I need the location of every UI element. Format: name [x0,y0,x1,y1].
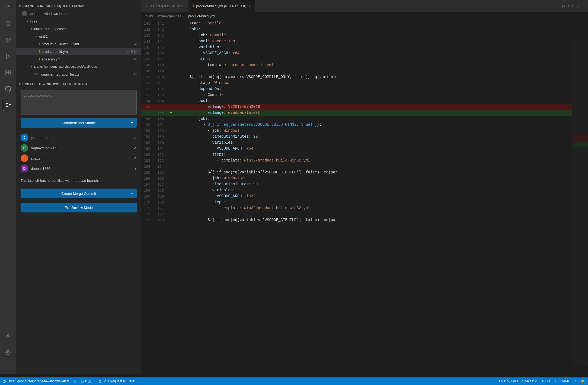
reviewer-list: J joaomoreno ✓ R raghavthind2005 ✓ S sba… [16,130,141,176]
table-row: 160160 variables: [141,140,588,145]
encoding-status[interactable]: UTF-8 [541,379,550,383]
run-debug-icon[interactable] [3,51,14,62]
reviewer-name: sbatten [31,156,133,160]
diff-indicator [168,169,174,175]
breadcrumb-filename[interactable]: product-build.yml [188,14,215,18]
win32-section[interactable]: ▼ win32 [16,33,141,40]
word-wrap-icon[interactable]: ⊞ [576,4,579,8]
source-control-icon[interactable] [3,35,14,46]
line-number-right: 167 [155,181,168,187]
code-scroll-area[interactable]: 141141 - stage: Compile142142 jobs:14314… [141,20,588,374]
copy-icon[interactable]: ⧉ [131,50,133,53]
file-search-integration-test[interactable]: TS search.integrationTest.ts M [16,70,141,78]
file-badge: M [134,57,139,61]
feedback-icon[interactable]: ☺ [574,379,577,383]
comment-section: Comment and Submit ▼ [16,88,141,130]
file-sdl-scan[interactable]: ! sdl-scan.yml M [16,55,141,63]
settings-icon[interactable] [3,347,14,358]
line-number-left: 150 [141,74,155,80]
line-number-left: 172 [141,211,155,217]
table-row: 167167 timeoutInMinutes: 90 [141,181,588,187]
code-content: - job: Compile [174,32,588,38]
code-content: - ${{ if and(eq(variables['VSCODE_CIBUIL… [174,217,588,223]
create-merge-button[interactable]: Create Merge Commit ▼ [21,189,137,198]
diff-indicator [168,86,174,92]
line-number-right: 166 [155,175,168,181]
build-azure-section[interactable]: ▼ build/azure-pipelines [16,25,141,33]
search-test-section[interactable]: ▼ src/vs/workbench/services/search/test/… [16,63,141,70]
breadcrumb: build › azure-pipelines › ! product-buil… [141,12,588,20]
tab-pull-request[interactable]: ≡ Pull Request #137691 [141,0,189,12]
create-merge-dropdown[interactable]: ▼ [127,189,137,198]
reviewer-item: S sbatten ✓ [21,153,137,163]
tab-pr-label: Pull Request #137691 [149,4,184,8]
changes-section-header[interactable]: ▼ CHANGES IN PULL REQUEST #137691 [16,2,141,10]
scroll-up-icon[interactable]: ↑ [567,4,569,8]
sync-status[interactable] [73,379,77,383]
table-row: 162162 steps: [141,151,588,157]
files-section-label: Files [30,19,37,23]
chevron-down-icon: ▼ [130,121,134,125]
table-row: 166166 - job: Windows32 [141,175,588,181]
git-branch-status[interactable]: TylerLeonhardt/upgrade-to-windows-latest [3,379,69,383]
line-number-left: 155 [141,104,155,110]
extensions-icon[interactable] [3,67,14,78]
line-number-right: 171 [155,205,168,211]
file-product-build[interactable]: ! product-build.yml ✓ ⧉ M [16,48,141,55]
breadcrumb-build[interactable]: build [145,14,153,18]
git-merge-icon[interactable] [3,100,14,111]
search-test-label: src/vs/workbench/services/search/test/no… [34,65,97,69]
code-content: jobs: [174,116,588,122]
file-product-build-win32[interactable]: ! product-build-win32.yml M [16,40,141,48]
diff-indicator [168,50,174,56]
tab-close-button[interactable]: × [248,4,251,8]
pr-status[interactable]: Pull Request #137691 [98,379,136,383]
scroll-down-icon[interactable]: ↓ [571,4,573,8]
github-icon[interactable] [3,83,14,94]
table-row: 172172 [141,211,588,217]
line-number-left [141,110,155,116]
files-section[interactable]: ▼ Files [16,17,141,25]
files-icon[interactable] [3,2,14,13]
pr-item[interactable]: update to windows latest [16,10,141,17]
line-number-right: 163 [155,157,168,163]
svg-rect-8 [8,70,11,72]
split-editor-icon[interactable]: ⊡ [562,4,565,8]
line-number-left: 148 [141,62,155,68]
comment-textarea[interactable] [21,90,137,115]
code-content: steps: [174,151,588,157]
errors-status[interactable]: 0 0 [81,379,94,383]
diff-indicator [168,193,174,199]
branch-label: TylerLeonhardt/upgrade-to-windows-latest [8,379,69,383]
warnings-count: 0 [93,379,95,383]
language-status[interactable]: YAML [561,379,570,383]
line-number-right: 157 [155,122,168,128]
reviewer-item: J joaomoreno ✓ [21,132,137,143]
search-icon[interactable] [3,18,14,29]
more-actions-icon[interactable]: ⋯ [581,4,585,8]
line-number-right: 156 [155,116,168,122]
line-number-left: 157 [141,122,155,128]
file-badge: M [134,73,139,76]
breadcrumb-azure-pipelines[interactable]: azure-pipelines [157,14,181,18]
line-col-status[interactable]: Ln 155, Col 1 [499,379,518,383]
account-icon[interactable] [3,331,14,341]
update-section-header[interactable]: ▼ UPDATE TO WINDOWS LATEST #137691 [16,80,141,88]
comment-submit-dropdown[interactable]: ▼ [127,118,137,128]
chevron-down-icon: ▼ [130,192,134,195]
code-content: - template: win32/product-build-win32.ym… [174,157,588,163]
eol-status[interactable]: LF [554,379,557,383]
notifications-icon[interactable]: 🔔 [581,379,585,383]
code-content [174,68,588,74]
table-row: 168168 variables: [141,187,588,193]
approved-icon: ✓ [133,135,137,140]
comment-submit-button[interactable]: Comment and Submit ▼ [21,118,137,128]
svg-point-15 [7,334,9,336]
spaces-status[interactable]: Spaces: 2 [522,379,537,383]
tab-product-build[interactable]: ! product-build.yml (Pull Request) × [189,0,255,12]
status-right: Ln 155, Col 1 Spaces: 2 UTF-8 LF YAML ☺ … [499,379,585,383]
reviewer-name: joaomoreno [31,136,133,140]
exit-review-button[interactable]: Exit Review Mode [21,203,137,212]
line-number-left: 166 [141,175,155,181]
table-row: 155- vmImage: VS2017-Win2016 [141,104,588,110]
